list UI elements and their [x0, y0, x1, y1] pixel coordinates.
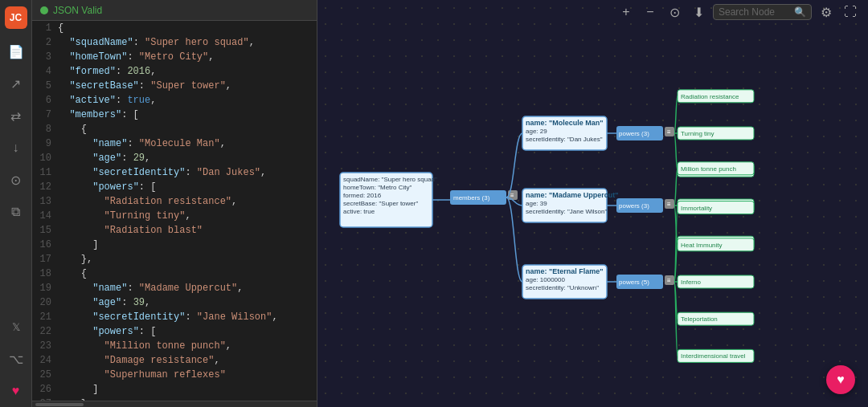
svg-text:homeTown: "Metro City": homeTown: "Metro City": [343, 184, 411, 191]
code-line: 2 "squadName": "Super hero squad",: [32, 35, 317, 50]
valid-dot: [40, 6, 48, 14]
code-line: 11 "secretIdentity": "Dan Jukes",: [32, 165, 317, 180]
code-line: 10 "age": 29,: [32, 151, 317, 165]
share-icon[interactable]: ↗: [6, 74, 26, 93]
svg-text:active: true: active: true: [343, 208, 375, 215]
valid-label: JSON Valid: [53, 5, 102, 16]
svg-text:Radiation resistance: Radiation resistance: [681, 93, 739, 100]
code-line: 20 "age": 39,: [32, 295, 317, 310]
code-line: 25 "Superhuman reflexes": [32, 368, 317, 382]
camera-icon[interactable]: ⊙: [6, 170, 26, 189]
code-line: 24 "Damage resistance",: [32, 353, 317, 368]
svg-text:powers (3): powers (3): [619, 202, 649, 210]
code-line: 12 "powers": [: [32, 180, 317, 194]
svg-text:squadName: "Super hero squad": squadName: "Super hero squad": [343, 176, 437, 183]
svg-text:≡: ≡: [667, 201, 671, 208]
svg-text:secretBase: "Super tower": secretBase: "Super tower": [343, 200, 418, 207]
svg-text:Million tonne punch: Million tonne punch: [681, 165, 736, 173]
graph-panel: + − ⊙ ⬇ 🔍 ⚙ ⛶ squadName: "Super hero squ…: [317, 0, 868, 407]
svg-text:members (3): members (3): [453, 194, 490, 201]
svg-text:age: 29: age: 29: [526, 128, 547, 135]
github-icon[interactable]: ⌥: [6, 349, 26, 368]
code-line: 18 {: [32, 267, 317, 281]
code-line: 3 "homeTown": "Metro City",: [32, 50, 317, 64]
editor-header: JSON Valid: [32, 0, 317, 21]
settings-button[interactable]: ⚙: [817, 2, 836, 22]
download-button[interactable]: ⬇: [689, 2, 708, 22]
code-line: 5 "secretBase": "Super tower",: [32, 79, 317, 93]
heart-sidebar-icon[interactable]: ♥: [6, 381, 26, 401]
code-line: 15 "Radiation blast": [32, 223, 317, 238]
graph-canvas[interactable]: squadName: "Super hero squad"homeTown: "…: [317, 24, 868, 407]
svg-text:age: 1000000: age: 1000000: [526, 276, 565, 283]
graph-svg: squadName: "Super hero squad"homeTown: "…: [317, 24, 868, 407]
code-line: 16 ]: [32, 238, 317, 252]
code-line: 8 {: [32, 122, 317, 136]
svg-text:Teleportation: Teleportation: [681, 315, 718, 323]
svg-text:Interdimensional travel: Interdimensional travel: [681, 352, 746, 360]
code-line: 26 ]: [32, 382, 317, 397]
svg-text:Turning tiny: Turning tiny: [681, 130, 714, 137]
svg-text:Heat Immunity: Heat Immunity: [681, 242, 723, 249]
app-logo[interactable]: JC: [5, 6, 27, 29]
zoom-in-button[interactable]: +: [616, 2, 636, 22]
zoom-out-button[interactable]: −: [641, 2, 660, 22]
svg-text:age: 39: age: 39: [526, 200, 547, 207]
search-input[interactable]: [719, 6, 791, 18]
svg-text:name: "Eternal Flame": name: "Eternal Flame": [526, 267, 604, 275]
svg-text:secretIdentity: "Dan Jukes": secretIdentity: "Dan Jukes": [526, 136, 603, 143]
graph-toolbar: + − ⊙ ⬇ 🔍 ⚙ ⛶: [317, 0, 868, 24]
new-file-icon[interactable]: 📄: [6, 42, 26, 61]
code-line: 13 "Radiation resistance",: [32, 194, 317, 209]
h-scroll-thumb[interactable]: [35, 403, 84, 406]
code-line: 19 "name": "Madame Uppercut",: [32, 281, 317, 295]
svg-text:powers (3): powers (3): [619, 130, 649, 137]
svg-text:Inferno: Inferno: [681, 279, 701, 286]
code-line: 6 "active": true,: [32, 93, 317, 108]
twitter-icon[interactable]: 𝕏: [6, 317, 26, 336]
svg-text:powers (5): powers (5): [619, 279, 649, 286]
fit-button[interactable]: ⊙: [665, 2, 684, 22]
code-line: 9 "name": "Molecule Man",: [32, 136, 317, 151]
svg-text:formed: 2016: formed: 2016: [343, 192, 382, 199]
search-box: 🔍: [713, 4, 812, 20]
code-line: 1{: [32, 21, 317, 35]
svg-text:name: "Madame Uppercut": name: "Madame Uppercut": [526, 191, 619, 199]
heart-fab-button[interactable]: ♥: [826, 365, 855, 394]
svg-text:≡: ≡: [667, 277, 671, 284]
code-line: 21 "secretIdentity": "Jane Wilson",: [32, 310, 317, 324]
code-line: 17 },: [32, 252, 317, 267]
svg-text:secretIdentity: "Unknown": secretIdentity: "Unknown": [526, 284, 599, 291]
editor-scrollbar[interactable]: [32, 401, 317, 407]
code-area[interactable]: 1{2 "squadName": "Super hero squad",3 "h…: [32, 21, 317, 401]
svg-text:≡: ≡: [510, 192, 514, 199]
editor-panel: JSON Valid 1{2 "squadName": "Super hero …: [32, 0, 317, 407]
copy-icon[interactable]: ⧉: [6, 202, 26, 222]
svg-text:Immortality: Immortality: [681, 205, 712, 212]
fullscreen-button[interactable]: ⛶: [841, 2, 860, 22]
svg-text:secretIdentity: "Jane Wilson": secretIdentity: "Jane Wilson": [526, 208, 607, 215]
import-icon[interactable]: ↓: [6, 138, 26, 157]
code-line: 14 "Turning tiny",: [32, 209, 317, 223]
code-line: 7 "members": [: [32, 108, 317, 122]
sidebar: JC 📄 ↗ ⇄ ↓ ⊙ ⧉ 𝕏 ⌥ ♥: [0, 0, 32, 407]
svg-text:≡: ≡: [667, 128, 671, 136]
code-line: 4 "formed": 2016,: [32, 64, 317, 79]
transform-icon[interactable]: ⇄: [6, 106, 26, 125]
svg-text:name: "Molecule Man": name: "Molecule Man": [526, 119, 604, 127]
search-icon: 🔍: [794, 6, 806, 18]
code-line: 22 "powers": [: [32, 324, 317, 339]
code-line: 23 "Million tonne punch",: [32, 339, 317, 353]
